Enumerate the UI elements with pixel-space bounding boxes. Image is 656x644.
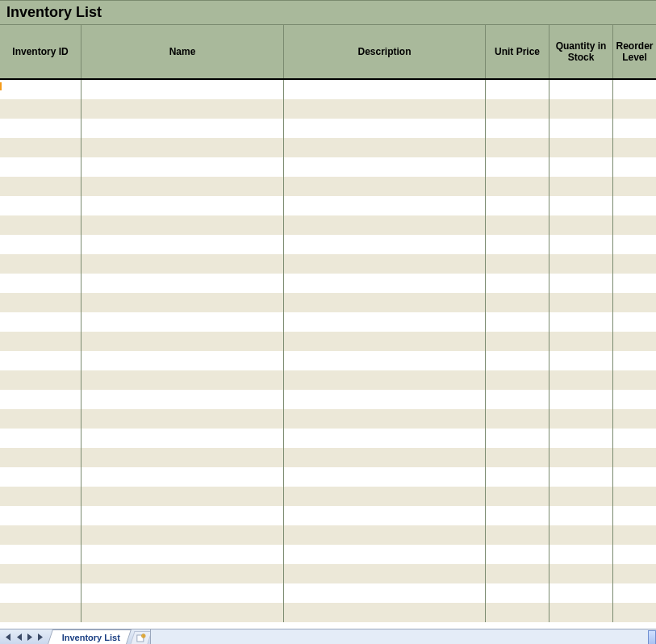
table-cell[interactable] [283,312,485,332]
table-cell[interactable] [612,564,656,583]
table-cell[interactable] [81,80,283,99]
table-cell[interactable] [549,525,612,545]
table-cell[interactable] [612,254,656,274]
table-cell[interactable] [81,429,283,448]
table-cell[interactable] [283,215,485,235]
table-cell[interactable] [283,487,485,506]
table-cell[interactable] [549,254,612,274]
table-cell[interactable] [549,157,612,177]
table-cell[interactable] [0,525,81,545]
table-cell[interactable] [485,506,549,525]
table-row[interactable] [0,409,656,429]
table-cell[interactable] [549,332,612,351]
table-cell[interactable] [485,312,549,332]
table-row[interactable] [0,235,656,254]
table-cell[interactable] [612,332,656,351]
table-cell[interactable] [81,351,283,370]
table-cell[interactable] [485,525,549,545]
table-cell[interactable] [81,196,283,215]
col-header-name[interactable]: Name [81,25,283,78]
table-cell[interactable] [81,390,283,409]
nav-next-button[interactable] [24,630,36,644]
table-cell[interactable] [485,390,549,409]
table-row[interactable] [0,351,656,370]
table-cell[interactable] [81,603,283,622]
table-cell[interactable] [549,487,612,506]
table-cell[interactable] [485,545,549,564]
table-cell[interactable] [81,467,283,487]
table-cell[interactable] [549,235,612,254]
table-cell[interactable] [485,429,549,448]
table-cell[interactable] [283,467,485,487]
table-cell[interactable] [485,196,549,215]
table-cell[interactable] [0,564,81,583]
table-cell[interactable] [485,274,549,293]
table-cell[interactable] [81,177,283,196]
table-cell[interactable] [485,583,549,603]
table-cell[interactable] [549,409,612,429]
table-row[interactable] [0,99,656,119]
table-cell[interactable] [0,603,81,622]
table-cell[interactable] [612,409,656,429]
table-cell[interactable] [549,312,612,332]
table-cell[interactable] [485,293,549,312]
table-cell[interactable] [485,235,549,254]
table-cell[interactable] [0,99,81,119]
table-cell[interactable] [283,564,485,583]
table-cell[interactable] [81,215,283,235]
table-cell[interactable] [0,235,81,254]
table-cell[interactable] [485,487,549,506]
table-row[interactable] [0,293,656,312]
table-cell[interactable] [0,583,81,603]
table-cell[interactable] [283,99,485,119]
table-cell[interactable] [485,351,549,370]
table-cell[interactable] [0,138,81,157]
table-cell[interactable] [81,506,283,525]
table-cell[interactable] [283,429,485,448]
table-cell[interactable] [549,196,612,215]
table-cell[interactable] [549,351,612,370]
table-cell[interactable] [283,274,485,293]
table-cell[interactable] [283,138,485,157]
table-row[interactable] [0,467,656,487]
table-cell[interactable] [0,429,81,448]
table-cell[interactable] [549,448,612,467]
table-cell[interactable] [0,351,81,370]
table-row[interactable] [0,545,656,564]
table-cell[interactable] [485,467,549,487]
table-cell[interactable] [485,409,549,429]
table-cell[interactable] [81,370,283,390]
table-cell[interactable] [81,525,283,545]
table-cell[interactable] [485,80,549,99]
horizontal-scrollbar[interactable] [150,629,656,644]
table-cell[interactable] [81,274,283,293]
table-cell[interactable] [612,293,656,312]
table-row[interactable] [0,332,656,351]
table-cell[interactable] [0,487,81,506]
table-row[interactable] [0,390,656,409]
table-cell[interactable] [549,99,612,119]
table-cell[interactable] [0,467,81,487]
table-row[interactable] [0,525,656,545]
table-cell[interactable] [612,429,656,448]
table-row[interactable] [0,603,656,622]
table-cell[interactable] [0,545,81,564]
table-cell[interactable] [283,506,485,525]
table-cell[interactable] [549,545,612,564]
col-header-unit-price[interactable]: Unit Price [485,25,549,78]
table-cell[interactable] [549,429,612,448]
table-cell[interactable] [549,80,612,99]
table-cell[interactable] [283,157,485,177]
table-cell[interactable] [549,506,612,525]
table-cell[interactable] [81,409,283,429]
table-cell[interactable] [485,370,549,390]
table-row[interactable] [0,157,656,177]
col-header-quantity-in-stock[interactable]: Quantity in Stock [549,25,612,78]
table-cell[interactable] [485,254,549,274]
table-cell[interactable] [81,332,283,351]
table-row[interactable] [0,583,656,603]
table-cell[interactable] [0,157,81,177]
table-cell[interactable] [549,564,612,583]
table-cell[interactable] [283,370,485,390]
table-cell[interactable] [81,138,283,157]
